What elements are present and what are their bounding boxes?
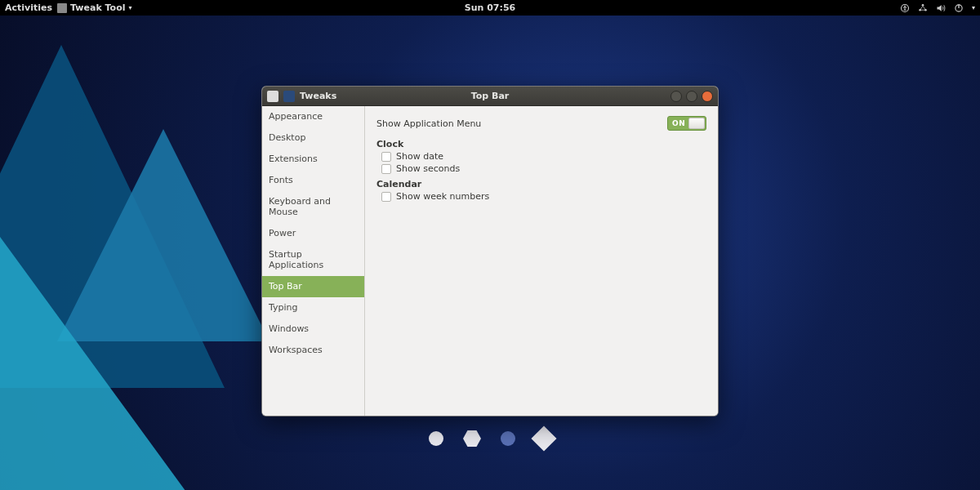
dock-item-1[interactable]: [427, 430, 445, 448]
window-app-title: Tweaks: [300, 91, 336, 101]
maximize-button[interactable]: [686, 91, 697, 102]
sidebar-item-windows[interactable]: Windows: [262, 318, 364, 340]
show-week-numbers-label: Show week numbers: [396, 191, 489, 202]
svg-point-1: [904, 5, 906, 7]
system-menu-caret-icon[interactable]: ▾: [972, 4, 975, 11]
clock-heading: Clock: [376, 139, 706, 149]
sidebar-item-extensions[interactable]: Extensions: [262, 149, 364, 170]
show-date-label: Show date: [396, 151, 443, 162]
back-icon[interactable]: [283, 91, 295, 102]
accessibility-icon[interactable]: [900, 3, 910, 13]
activities-button[interactable]: Activities: [5, 2, 52, 13]
svg-point-2: [922, 3, 924, 6]
sidebar: AppearanceDesktopExtensionsFontsKeyboard…: [262, 106, 365, 416]
show-app-menu-label: Show Application Menu: [376, 118, 481, 129]
app-icon: [267, 91, 278, 102]
volume-icon[interactable]: [936, 3, 946, 13]
app-menu-icon: [57, 3, 67, 13]
show-seconds-checkbox[interactable]: [381, 164, 391, 174]
minimize-button[interactable]: [670, 91, 682, 102]
show-seconds-label: Show seconds: [396, 163, 460, 174]
dock: [0, 430, 980, 448]
sidebar-item-typing[interactable]: Typing: [262, 297, 364, 318]
switch-on-label: ON: [668, 119, 685, 127]
system-topbar: Activities Tweak Tool ▾ Sun 07:56 ▾: [0, 0, 980, 16]
tweaks-window: Tweaks Top Bar AppearanceDesktopExtensio…: [261, 86, 719, 416]
sidebar-item-top-bar[interactable]: Top Bar: [262, 276, 364, 297]
wallpaper-triangle-front: [0, 237, 188, 490]
show-app-menu-toggle[interactable]: ON: [667, 116, 706, 131]
switch-knob: [688, 118, 705, 129]
sidebar-item-power[interactable]: Power: [262, 223, 364, 244]
sidebar-item-workspaces[interactable]: Workspaces: [262, 340, 364, 361]
calendar-heading: Calendar: [376, 179, 706, 189]
sidebar-item-keyboard-and-mouse[interactable]: Keyboard and Mouse: [262, 191, 364, 223]
sidebar-item-fonts[interactable]: Fonts: [262, 170, 364, 191]
show-week-numbers-checkbox[interactable]: [381, 192, 391, 202]
content-pane: Show Application Menu ON Clock Show date…: [365, 106, 718, 416]
sidebar-item-startup-applications[interactable]: Startup Applications: [262, 244, 364, 276]
close-button[interactable]: [702, 91, 713, 102]
topbar-clock[interactable]: Sun 07:56: [0, 2, 980, 13]
sidebar-item-desktop[interactable]: Desktop: [262, 127, 364, 149]
network-icon[interactable]: [918, 3, 928, 13]
sidebar-item-appearance[interactable]: Appearance: [262, 106, 364, 127]
window-titlebar[interactable]: Tweaks Top Bar: [262, 87, 718, 106]
chevron-down-icon: ▾: [128, 4, 131, 11]
show-date-checkbox[interactable]: [381, 152, 391, 162]
dock-item-3[interactable]: [499, 430, 517, 448]
dock-item-4[interactable]: [535, 430, 553, 448]
app-menu[interactable]: Tweak Tool ▾: [57, 2, 131, 13]
app-menu-label: Tweak Tool: [70, 2, 125, 13]
dock-item-2[interactable]: [463, 430, 481, 448]
power-icon[interactable]: [954, 3, 964, 13]
